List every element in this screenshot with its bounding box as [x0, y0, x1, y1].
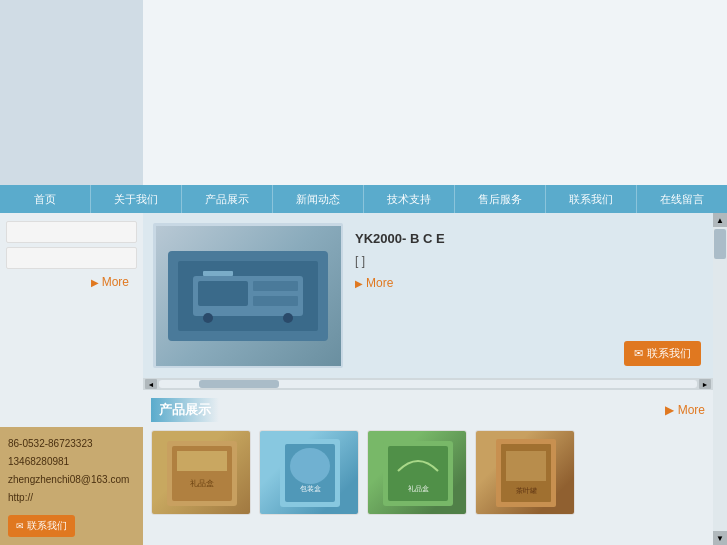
scroll-thumb	[199, 380, 279, 388]
product-box-2-svg: 包装盒	[260, 431, 359, 515]
scroll-track-vertical	[713, 227, 727, 531]
machine-illustration	[168, 251, 328, 341]
product-box-3-svg: 礼品盒	[368, 431, 467, 515]
contact-us-button[interactable]: ✉ 联系我们	[624, 341, 701, 366]
header-area	[0, 0, 727, 185]
scroll-thumb-vertical	[714, 229, 726, 259]
phone2: 13468280981	[8, 453, 135, 471]
nav-contact[interactable]: 联系我们	[546, 185, 637, 213]
vertical-scrollbar: ▲ ▼	[713, 213, 727, 545]
gallery-more-link[interactable]: ▶ More	[665, 403, 705, 417]
contact-us-sidebar-button[interactable]: ✉ 联系我们	[8, 515, 75, 537]
nav-message[interactable]: 在线留言	[637, 185, 727, 213]
header-left	[0, 0, 143, 185]
product-bracket: [ ]	[355, 254, 691, 268]
horizontal-scrollbar: ◄ ►	[143, 378, 713, 390]
svg-point-4	[203, 313, 213, 323]
scroll-down-button[interactable]: ▼	[713, 531, 727, 545]
sidebar-item-2	[6, 247, 137, 269]
svg-rect-9	[177, 451, 227, 471]
contact-us-label: 联系我们	[647, 346, 691, 361]
scroll-right-button[interactable]: ►	[699, 379, 711, 389]
machine-detail	[178, 261, 318, 331]
featured-product-section: YK2000- B C E [ ] ▶ More ✉ 联系我们	[143, 213, 713, 378]
content-with-scroll: YK2000- B C E [ ] ▶ More ✉ 联系我们	[143, 213, 727, 545]
page-layout: 首页 关于我们 产品展示 新闻动态 技术支持 售后服务 联系我们 在线留言 ▶ …	[0, 0, 727, 545]
contact-details: 86-0532-86723323 13468280981 zhengzhench…	[8, 435, 135, 507]
gallery-header: 产品展示 ▶ More	[151, 398, 705, 422]
svg-point-5	[283, 313, 293, 323]
envelope-icon: ✉	[634, 347, 643, 360]
gallery-item-3[interactable]: 礼品盒	[367, 430, 467, 515]
scroll-up-button[interactable]: ▲	[713, 213, 727, 227]
nav-news[interactable]: 新闻动态	[273, 185, 364, 213]
svg-text:礼品盒: 礼品盒	[190, 479, 214, 488]
svg-rect-3	[253, 296, 298, 306]
email: zhengzhenchi08@163.com	[8, 471, 135, 489]
gallery-title: 产品展示	[151, 398, 219, 422]
svg-rect-2	[253, 281, 298, 291]
main-content: YK2000- B C E [ ] ▶ More ✉ 联系我们	[143, 213, 713, 545]
sidebar-top: ▶ More	[0, 213, 143, 427]
product-image-box	[153, 223, 343, 368]
products-gallery: 产品展示 ▶ More 礼品盒	[143, 390, 713, 545]
product-box-4-svg: 茶叶罐	[476, 431, 575, 515]
envelope-icon: ✉	[16, 521, 24, 531]
more-icon: ▶	[355, 278, 363, 289]
gallery-item-4[interactable]: 茶叶罐	[475, 430, 575, 515]
header-right	[143, 0, 727, 185]
svg-rect-1	[198, 281, 248, 306]
more-arrow-icon: ▶	[91, 277, 99, 288]
svg-text:礼品盒: 礼品盒	[408, 485, 429, 492]
scroll-left-button[interactable]: ◄	[145, 379, 157, 389]
machine-svg	[188, 266, 308, 326]
gallery-item-2[interactable]: 包装盒	[259, 430, 359, 515]
nav-home[interactable]: 首页	[0, 185, 91, 213]
phone1: 86-0532-86723323	[8, 435, 135, 453]
nav-service[interactable]: 售后服务	[455, 185, 546, 213]
svg-rect-20	[506, 451, 546, 481]
contact-btn-label: 联系我们	[27, 519, 67, 533]
sidebar-contact-info: 86-0532-86723323 13468280981 zhengzhench…	[0, 427, 143, 545]
nav-products[interactable]: 产品展示	[182, 185, 273, 213]
product-title: YK2000- B C E	[355, 231, 691, 246]
website: http://	[8, 489, 135, 507]
svg-text:包装盒: 包装盒	[300, 485, 321, 492]
gallery-item-1[interactable]: 礼品盒	[151, 430, 251, 515]
svg-rect-6	[203, 271, 233, 276]
nav-about[interactable]: 关于我们	[91, 185, 182, 213]
sidebar-more-link[interactable]: ▶ More	[6, 275, 137, 289]
gallery-items: 礼品盒 包装盒	[151, 430, 705, 515]
navigation-bar: 首页 关于我们 产品展示 新闻动态 技术支持 售后服务 联系我们 在线留言	[0, 185, 727, 213]
product-image	[156, 226, 341, 366]
scroll-track	[159, 380, 697, 388]
svg-point-13	[290, 448, 330, 484]
product-more-label: More	[366, 276, 393, 290]
product-more-link[interactable]: ▶ More	[355, 276, 691, 290]
product-box-1-svg: 礼品盒	[152, 431, 251, 515]
svg-text:茶叶罐: 茶叶罐	[516, 487, 537, 494]
sidebar-item-1	[6, 221, 137, 243]
nav-tech[interactable]: 技术支持	[364, 185, 455, 213]
svg-rect-16	[388, 446, 448, 501]
sidebar-more-label: More	[102, 275, 129, 289]
mid-row: ▶ More 86-0532-86723323 13468280981 zhen…	[0, 213, 727, 545]
sidebar: ▶ More 86-0532-86723323 13468280981 zhen…	[0, 213, 143, 545]
